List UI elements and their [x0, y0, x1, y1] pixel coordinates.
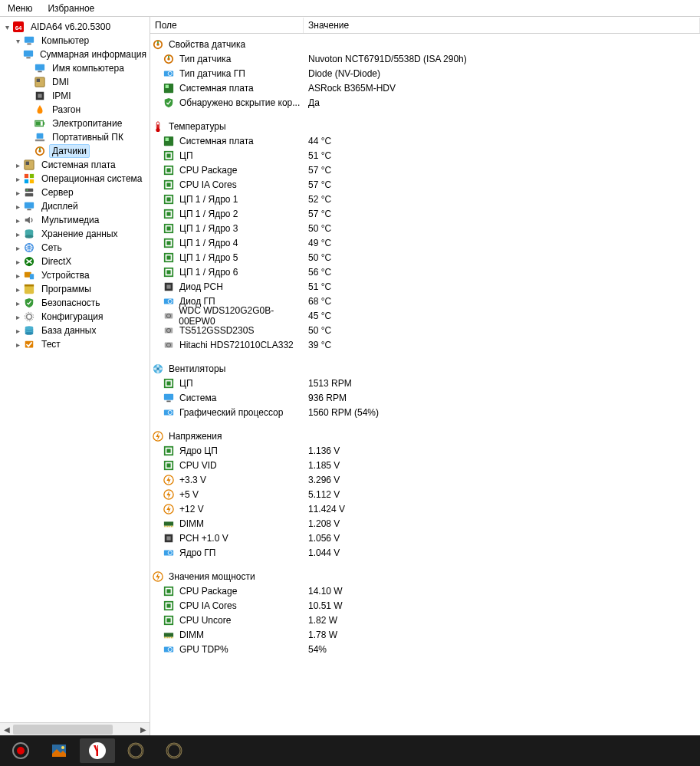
list-row[interactable]: ЦП 1 / Ядро 350 °C — [150, 221, 700, 235]
taskbar-item-ring[interactable] — [156, 738, 192, 763]
list-row[interactable]: Системная платаASRock B365M-HDV — [150, 81, 700, 95]
list-row[interactable]: DIMM1.78 W — [150, 627, 700, 642]
taskbar-item-picture[interactable] — [41, 738, 77, 763]
list-row[interactable]: WDC WDS120G2G0B-00EPW045 °C — [150, 308, 700, 323]
tree-item-computer-child[interactable]: Датчики — [0, 144, 150, 158]
list-row[interactable]: CPU IA Cores57 °C — [150, 177, 700, 192]
expand-icon[interactable]: ▸ — [12, 298, 23, 308]
tree-item[interactable]: ▸Хранение данных — [0, 227, 150, 241]
list-row[interactable]: Система936 RPM — [150, 390, 700, 405]
tree-item[interactable]: ▸Сеть — [0, 241, 150, 255]
section-header[interactable]: Вентиляторы — [150, 361, 700, 376]
list-row[interactable]: CPU VID1.185 V — [150, 458, 700, 472]
taskbar-item-record[interactable] — [3, 738, 38, 763]
collapse-icon[interactable]: ▾ — [12, 35, 23, 46]
list-row[interactable]: PCH +1.0 V1.056 V — [150, 531, 700, 545]
collapse-icon[interactable]: ▾ — [2, 21, 12, 32]
list-row[interactable]: +3.3 V3.296 V — [150, 472, 700, 487]
list-row[interactable]: Графический процессор1560 RPM (54%) — [150, 405, 700, 419]
list-row[interactable]: Ядро ГП1.044 V — [150, 545, 700, 560]
tree[interactable]: ▾64AIDA64 v6.20.5300▾КомпьютерСуммарная … — [0, 17, 150, 722]
row-field: CPU Uncore — [179, 615, 231, 626]
list-row[interactable]: Диод PCH51 °C — [150, 279, 700, 294]
tree-item[interactable]: ▸Дисплей — [0, 199, 150, 213]
svg-rect-59 — [166, 153, 170, 157]
expand-icon[interactable]: ▸ — [12, 173, 23, 184]
expand-icon[interactable]: ▸ — [12, 339, 23, 350]
menu-favorites[interactable]: Избранное — [40, 1, 102, 16]
list-row[interactable]: +5 V5.112 V — [150, 487, 700, 501]
scroll-track[interactable] — [13, 723, 136, 735]
taskbar-item-ring[interactable] — [118, 738, 153, 763]
tree-item[interactable]: ▸Системная плата — [0, 158, 150, 172]
expand-icon[interactable]: ▸ — [12, 159, 23, 170]
tree-item-computer-child[interactable]: Имя компьютера — [0, 61, 150, 75]
scroll-left-icon[interactable]: ◀ — [0, 723, 13, 736]
list-row[interactable]: CPU IA Cores10.51 W — [150, 598, 700, 613]
scroll-right-icon[interactable]: ▶ — [136, 723, 150, 736]
tree-item[interactable]: ▸Устройства — [0, 268, 150, 282]
tree-item[interactable]: ▸Тест — [0, 337, 150, 351]
tree-item-computer-child[interactable]: Портативный ПК — [0, 130, 150, 144]
expand-icon[interactable]: ▸ — [12, 270, 23, 281]
section-header[interactable]: Напряжения — [150, 429, 700, 443]
list-row[interactable]: GPU TDP%54% — [150, 642, 700, 656]
column-field[interactable]: Поле — [150, 18, 304, 33]
list-row[interactable]: Hitachi HDS721010CLA33239 °C — [150, 337, 700, 352]
column-value[interactable]: Значение — [304, 18, 700, 33]
tree-item-computer-child[interactable]: Разгон — [0, 103, 150, 117]
expand-icon[interactable]: ▸ — [12, 256, 23, 267]
horizontal-scrollbar[interactable]: ◀ ▶ — [0, 722, 150, 735]
listview-header[interactable]: Поле Значение — [150, 17, 700, 34]
tree-item[interactable]: ▸Мультимедиа — [0, 213, 150, 227]
menu-menu[interactable]: Меню — [0, 1, 40, 16]
section-header[interactable]: Значения мощности — [150, 569, 700, 584]
tree-item[interactable]: ▸Безопасность — [0, 296, 150, 310]
list-row[interactable]: DIMM1.208 V — [150, 516, 700, 531]
expand-icon[interactable]: ▸ — [12, 228, 23, 239]
tree-item-computer-child[interactable]: Суммарная информация — [0, 48, 150, 61]
row-field: +3.3 V — [179, 475, 206, 485]
tree-item[interactable]: ▸DirectX — [0, 255, 150, 268]
list-row[interactable]: Тип датчикаNuvoton NCT6791D/5538D (ISA 2… — [150, 51, 700, 66]
tree-item[interactable]: ▸Программы — [0, 282, 150, 296]
expand-icon[interactable]: ▸ — [12, 311, 23, 322]
list-row[interactable]: ЦП 1 / Ядро 257 °C — [150, 206, 700, 221]
list-row[interactable]: CPU Package14.10 W — [150, 584, 700, 598]
tree-root-app[interactable]: ▾64AIDA64 v6.20.5300 — [0, 20, 150, 34]
tree-item[interactable]: ▸Конфигурация — [0, 310, 150, 324]
list-row[interactable]: Системная плата44 °C — [150, 133, 700, 148]
tree-item-computer-child[interactable]: IPMI — [0, 89, 150, 103]
list-row[interactable]: ЦП51 °C — [150, 148, 700, 163]
list-row[interactable]: Тип датчика ГПDiode (NV-Diode) — [150, 66, 700, 81]
list-row[interactable]: TS512GSSD230S50 °C — [150, 323, 700, 337]
list-row[interactable]: CPU Uncore1.82 W — [150, 613, 700, 627]
expand-icon[interactable]: ▸ — [12, 187, 23, 198]
tree-item[interactable]: ▸База данных — [0, 324, 150, 337]
row-value: 1560 RPM (54%) — [304, 407, 379, 418]
tree-item[interactable]: ▸Сервер — [0, 186, 150, 199]
list-row[interactable]: ЦП1513 RPM — [150, 376, 700, 390]
list-row[interactable]: Ядро ЦП1.136 V — [150, 443, 700, 458]
section-header[interactable]: Температуры — [150, 119, 700, 133]
list-row[interactable]: ЦП 1 / Ядро 152 °C — [150, 192, 700, 206]
expand-icon[interactable]: ▸ — [12, 325, 23, 336]
list-row[interactable]: ЦП 1 / Ядро 449 °C — [150, 235, 700, 250]
list-row[interactable]: CPU Package57 °C — [150, 163, 700, 177]
scroll-thumb[interactable] — [13, 725, 113, 735]
row-value: 11.424 V — [304, 504, 345, 515]
taskbar-item-yandex[interactable] — [80, 738, 115, 763]
tree-item-computer-child[interactable]: Электропитание — [0, 117, 150, 130]
section-header[interactable]: Свойства датчика — [150, 37, 700, 51]
expand-icon[interactable]: ▸ — [12, 215, 23, 225]
list-row[interactable]: ЦП 1 / Ядро 550 °C — [150, 250, 700, 265]
tree-item-computer-child[interactable]: DMI — [0, 75, 150, 89]
tree-item[interactable]: ▸Операционная система — [0, 172, 150, 186]
list-row[interactable]: Обнаружено вскрытие кор...Да — [150, 95, 700, 110]
expand-icon[interactable]: ▸ — [12, 201, 23, 212]
expand-icon[interactable]: ▸ — [12, 242, 23, 253]
tree-item-computer[interactable]: ▾Компьютер — [0, 34, 150, 48]
list-row[interactable]: ЦП 1 / Ядро 656 °C — [150, 265, 700, 279]
expand-icon[interactable]: ▸ — [12, 284, 23, 294]
list-row[interactable]: +12 V11.424 V — [150, 501, 700, 516]
